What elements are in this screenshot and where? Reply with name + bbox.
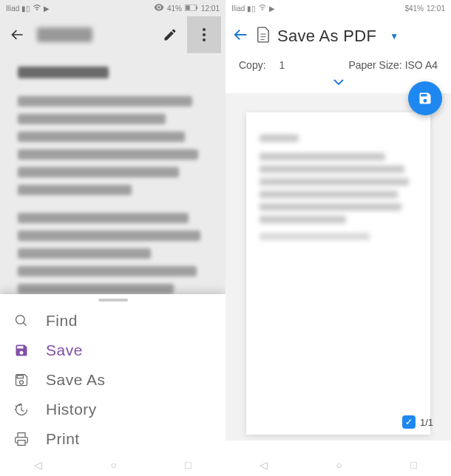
save-fab[interactable] bbox=[408, 81, 442, 115]
dropdown-icon[interactable]: ▼ bbox=[390, 31, 399, 41]
menu-history-label: History bbox=[46, 401, 97, 418]
search-icon bbox=[13, 313, 30, 328]
svg-point-6 bbox=[16, 316, 25, 324]
bottom-sheet: Find Save Save As History Print bbox=[0, 294, 226, 454]
svg-rect-1 bbox=[186, 5, 189, 10]
right-pane: Iliad ▮▯ ▶ $41% 12:01 Save As PDF ▼ Copy… bbox=[226, 0, 451, 476]
wifi-icon-r bbox=[258, 4, 267, 13]
menu-history[interactable]: History bbox=[0, 395, 226, 424]
page-preview[interactable] bbox=[246, 112, 430, 435]
edit-button[interactable] bbox=[153, 16, 187, 53]
menu-find-label: Find bbox=[46, 312, 78, 330]
page-counter: ✓ 1/1 bbox=[402, 415, 433, 429]
play-icon-r: ▶ bbox=[269, 4, 275, 13]
save-as-icon bbox=[13, 373, 30, 387]
doc-title-blur bbox=[37, 27, 92, 42]
sheet-handle[interactable] bbox=[98, 299, 128, 302]
clock: 12:01 bbox=[201, 4, 220, 13]
menu-save-as-label: Save As bbox=[46, 371, 106, 389]
back-button-r[interactable] bbox=[233, 27, 249, 46]
appbar-right: Save As PDF ▼ bbox=[226, 16, 451, 56]
play-icon: ▶ bbox=[44, 4, 50, 13]
eye-icon bbox=[154, 4, 164, 13]
svg-rect-2 bbox=[196, 6, 197, 9]
carrier-label-r: Iliad bbox=[231, 4, 245, 13]
nav-recent-icon[interactable]: □ bbox=[185, 459, 191, 471]
menu-save[interactable]: Save bbox=[0, 336, 226, 365]
nav-back-icon-r[interactable]: ◁ bbox=[260, 459, 268, 471]
nav-recent-icon-r[interactable]: □ bbox=[410, 459, 416, 471]
nav-home-icon[interactable]: ○ bbox=[111, 459, 117, 471]
svg-point-5 bbox=[203, 38, 206, 41]
copy-value[interactable]: 1 bbox=[279, 59, 285, 71]
navbar-left: ◁ ○ □ bbox=[0, 454, 226, 476]
copy-label: Copy: bbox=[239, 59, 266, 71]
battery-pct: 41% bbox=[167, 4, 182, 13]
preview-area bbox=[226, 93, 451, 441]
print-icon bbox=[13, 432, 30, 446]
battery-pct-r: $41% bbox=[404, 4, 424, 13]
page-counter-text: 1/1 bbox=[420, 417, 433, 428]
carrier-label: Iliad bbox=[6, 4, 19, 13]
menu-find[interactable]: Find bbox=[0, 306, 226, 336]
appbar-left bbox=[0, 16, 226, 53]
menu-save-label: Save bbox=[46, 341, 83, 359]
navbar-right: ◁ ○ □ bbox=[226, 454, 451, 476]
pdf-icon bbox=[257, 27, 270, 46]
menu-print-label: Print bbox=[46, 430, 80, 448]
history-icon bbox=[13, 402, 30, 417]
more-button[interactable] bbox=[187, 16, 221, 53]
signal-icon: ▮▯ bbox=[21, 4, 30, 13]
nav-back-icon[interactable]: ◁ bbox=[34, 459, 42, 471]
clock-r: 12:01 bbox=[427, 4, 445, 13]
status-bar-right: Iliad ▮▯ ▶ $41% 12:01 bbox=[226, 0, 451, 16]
status-bar-left: Iliad ▮▯ ▶ 41% 12:01 bbox=[0, 0, 226, 16]
page-check-icon[interactable]: ✓ bbox=[402, 415, 416, 429]
back-button[interactable] bbox=[4, 27, 31, 42]
pdf-title: Save As PDF bbox=[277, 27, 376, 46]
wifi-icon bbox=[33, 4, 41, 13]
svg-point-3 bbox=[203, 28, 206, 31]
menu-save-as[interactable]: Save As bbox=[0, 365, 226, 395]
menu-print[interactable]: Print bbox=[0, 424, 226, 454]
battery-icon bbox=[185, 4, 198, 13]
svg-point-4 bbox=[203, 33, 206, 36]
paper-size[interactable]: Paper Size: ISO A4 bbox=[348, 59, 438, 71]
nav-home-icon-r[interactable]: ○ bbox=[336, 459, 342, 471]
signal-icon-r: ▮▯ bbox=[247, 4, 256, 13]
print-options: Copy: 1 Paper Size: ISO A4 bbox=[226, 56, 451, 74]
save-icon bbox=[13, 343, 30, 358]
